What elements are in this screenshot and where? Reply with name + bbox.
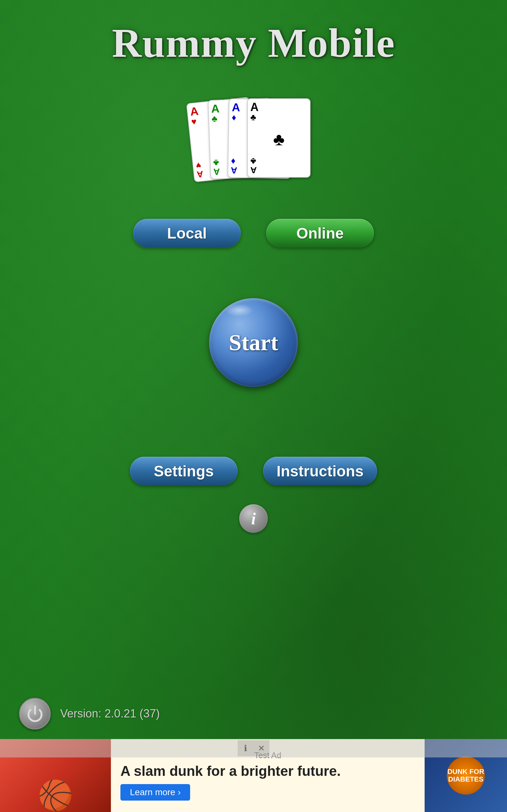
instructions-button[interactable]: Instructions <box>263 457 377 485</box>
ad-close-icon[interactable]: ✕ <box>253 740 269 756</box>
settings-button[interactable]: Settings <box>130 457 238 485</box>
ad-banner: 🏀 Test Ad A slam dunk for a brighter fut… <box>0 739 507 812</box>
local-button[interactable]: Local <box>133 219 241 247</box>
power-icon <box>26 705 44 722</box>
start-button[interactable]: Start <box>209 298 298 387</box>
bottom-buttons-row: Settings Instructions <box>0 457 507 485</box>
power-area: Version: 2.0.21 (37) <box>19 698 160 729</box>
online-button[interactable]: Online <box>266 219 374 247</box>
ad-top-bar: ℹ ✕ <box>0 739 507 757</box>
ad-learn-more-button[interactable]: Learn more › <box>120 784 190 801</box>
info-icon[interactable]: i <box>239 504 268 533</box>
power-button[interactable] <box>19 698 51 729</box>
cards-stack: A♥ ♥ A♥ A♣ ♣ A♣ A♦ ♦ A♦ A♣ ♣ A♣ <box>190 98 317 181</box>
ad-figure-icon: 🏀 <box>38 779 73 812</box>
ad-info-icon[interactable]: ℹ <box>238 740 253 756</box>
ad-logo: DUNK FOR DIABETES <box>447 757 485 795</box>
app-title: Rummy Mobile <box>0 0 507 67</box>
mode-buttons-row: Local Online <box>0 219 507 247</box>
info-icon-area: i <box>0 504 507 533</box>
card-4-rank: A♣ <box>250 101 307 122</box>
ad-headline: A slam dunk for a brighter future. <box>120 763 415 780</box>
version-label: Version: 2.0.21 (37) <box>60 707 160 720</box>
cards-display: A♥ ♥ A♥ A♣ ♣ A♣ A♦ ♦ A♦ A♣ ♣ A♣ <box>0 98 507 181</box>
card-4-suit: ♣ <box>250 122 307 157</box>
card-4: A♣ ♣ A♣ <box>247 98 311 177</box>
start-area: Start <box>0 298 507 387</box>
card-4-rank-bottom: A♣ <box>250 157 307 174</box>
